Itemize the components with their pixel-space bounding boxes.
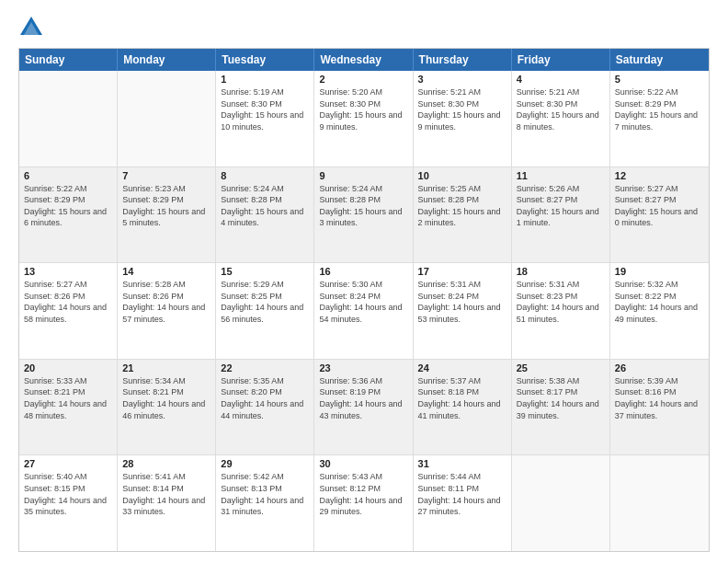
day-number: 8 <box>221 170 309 181</box>
calendar-cell: 10Sunrise: 5:25 AM Sunset: 8:28 PM Dayli… <box>414 167 512 263</box>
calendar-cell: 31Sunrise: 5:44 AM Sunset: 8:11 PM Dayli… <box>414 455 512 551</box>
weekday-header: Sunday <box>19 49 118 71</box>
day-info: Sunrise: 5:31 AM Sunset: 8:24 PM Dayligh… <box>418 279 506 325</box>
day-info: Sunrise: 5:43 AM Sunset: 8:12 PM Dayligh… <box>319 471 407 517</box>
day-number: 7 <box>122 170 210 181</box>
weekday-header: Friday <box>512 49 610 71</box>
day-info: Sunrise: 5:24 AM Sunset: 8:28 PM Dayligh… <box>319 183 407 229</box>
weekday-header: Monday <box>118 49 216 71</box>
day-info: Sunrise: 5:21 AM Sunset: 8:30 PM Dayligh… <box>517 86 605 132</box>
calendar-cell: 16Sunrise: 5:30 AM Sunset: 8:24 PM Dayli… <box>314 263 413 359</box>
day-info: Sunrise: 5:36 AM Sunset: 8:19 PM Dayligh… <box>319 375 407 421</box>
calendar-row: 6Sunrise: 5:22 AM Sunset: 8:29 PM Daylig… <box>19 167 709 263</box>
calendar-cell: 2Sunrise: 5:20 AM Sunset: 8:30 PM Daylig… <box>314 71 413 167</box>
calendar-cell <box>19 71 118 167</box>
calendar-cell: 26Sunrise: 5:39 AM Sunset: 8:16 PM Dayli… <box>610 360 709 455</box>
calendar-cell: 11Sunrise: 5:26 AM Sunset: 8:27 PM Dayli… <box>512 167 610 263</box>
calendar-row: 13Sunrise: 5:27 AM Sunset: 8:26 PM Dayli… <box>19 262 709 359</box>
logo <box>18 15 48 40</box>
day-number: 3 <box>418 74 506 85</box>
calendar-cell: 8Sunrise: 5:24 AM Sunset: 8:28 PM Daylig… <box>216 167 314 263</box>
day-info: Sunrise: 5:26 AM Sunset: 8:27 PM Dayligh… <box>517 183 605 229</box>
calendar-cell: 20Sunrise: 5:33 AM Sunset: 8:21 PM Dayli… <box>19 360 118 455</box>
weekday-header: Thursday <box>414 49 512 71</box>
weekday-header: Tuesday <box>216 49 314 71</box>
weekday-header: Wednesday <box>314 49 413 71</box>
page: SundayMondayTuesdayWednesdayThursdayFrid… <box>0 0 728 563</box>
calendar-cell: 19Sunrise: 5:32 AM Sunset: 8:22 PM Dayli… <box>610 263 709 359</box>
day-number: 5 <box>615 74 704 85</box>
day-number: 27 <box>24 458 112 469</box>
calendar-cell: 22Sunrise: 5:35 AM Sunset: 8:20 PM Dayli… <box>216 360 314 455</box>
calendar-cell: 4Sunrise: 5:21 AM Sunset: 8:30 PM Daylig… <box>512 71 610 167</box>
day-number: 16 <box>319 266 407 277</box>
day-info: Sunrise: 5:29 AM Sunset: 8:25 PM Dayligh… <box>221 279 309 325</box>
calendar-cell: 25Sunrise: 5:38 AM Sunset: 8:17 PM Dayli… <box>512 360 610 455</box>
calendar-cell: 30Sunrise: 5:43 AM Sunset: 8:12 PM Dayli… <box>314 455 413 551</box>
day-number: 31 <box>418 458 506 469</box>
day-number: 26 <box>615 362 704 373</box>
day-info: Sunrise: 5:23 AM Sunset: 8:29 PM Dayligh… <box>122 183 210 229</box>
day-number: 24 <box>418 362 506 373</box>
calendar-cell <box>118 71 216 167</box>
day-info: Sunrise: 5:40 AM Sunset: 8:15 PM Dayligh… <box>24 471 112 517</box>
day-number: 10 <box>418 170 506 181</box>
day-info: Sunrise: 5:35 AM Sunset: 8:20 PM Dayligh… <box>221 375 309 421</box>
day-number: 14 <box>122 266 210 277</box>
day-number: 17 <box>418 266 506 277</box>
day-info: Sunrise: 5:38 AM Sunset: 8:17 PM Dayligh… <box>517 375 605 421</box>
calendar-cell <box>610 455 709 551</box>
day-number: 4 <box>517 74 605 85</box>
calendar-body: 1Sunrise: 5:19 AM Sunset: 8:30 PM Daylig… <box>19 71 709 551</box>
day-info: Sunrise: 5:19 AM Sunset: 8:30 PM Dayligh… <box>221 86 309 132</box>
day-info: Sunrise: 5:30 AM Sunset: 8:24 PM Dayligh… <box>319 279 407 325</box>
calendar-row: 1Sunrise: 5:19 AM Sunset: 8:30 PM Daylig… <box>19 71 709 167</box>
day-info: Sunrise: 5:32 AM Sunset: 8:22 PM Dayligh… <box>615 279 704 325</box>
day-info: Sunrise: 5:34 AM Sunset: 8:21 PM Dayligh… <box>122 375 210 421</box>
calendar-cell: 18Sunrise: 5:31 AM Sunset: 8:23 PM Dayli… <box>512 263 610 359</box>
day-number: 21 <box>122 362 210 373</box>
calendar-cell: 7Sunrise: 5:23 AM Sunset: 8:29 PM Daylig… <box>118 167 216 263</box>
day-number: 11 <box>517 170 605 181</box>
calendar-cell: 6Sunrise: 5:22 AM Sunset: 8:29 PM Daylig… <box>19 167 118 263</box>
header <box>18 15 710 40</box>
day-info: Sunrise: 5:22 AM Sunset: 8:29 PM Dayligh… <box>24 183 112 229</box>
day-info: Sunrise: 5:44 AM Sunset: 8:11 PM Dayligh… <box>418 471 506 517</box>
calendar-cell: 5Sunrise: 5:22 AM Sunset: 8:29 PM Daylig… <box>610 71 709 167</box>
day-info: Sunrise: 5:31 AM Sunset: 8:23 PM Dayligh… <box>517 279 605 325</box>
day-info: Sunrise: 5:27 AM Sunset: 8:26 PM Dayligh… <box>24 279 112 325</box>
day-info: Sunrise: 5:20 AM Sunset: 8:30 PM Dayligh… <box>319 86 407 132</box>
day-number: 25 <box>517 362 605 373</box>
day-number: 1 <box>221 74 309 85</box>
calendar: SundayMondayTuesdayWednesdayThursdayFrid… <box>18 48 710 552</box>
day-info: Sunrise: 5:39 AM Sunset: 8:16 PM Dayligh… <box>615 375 704 421</box>
calendar-cell: 13Sunrise: 5:27 AM Sunset: 8:26 PM Dayli… <box>19 263 118 359</box>
day-number: 15 <box>221 266 309 277</box>
calendar-row: 20Sunrise: 5:33 AM Sunset: 8:21 PM Dayli… <box>19 359 709 455</box>
calendar-cell: 1Sunrise: 5:19 AM Sunset: 8:30 PM Daylig… <box>216 71 314 167</box>
day-info: Sunrise: 5:27 AM Sunset: 8:27 PM Dayligh… <box>615 183 704 229</box>
day-info: Sunrise: 5:21 AM Sunset: 8:30 PM Dayligh… <box>418 86 506 132</box>
day-info: Sunrise: 5:22 AM Sunset: 8:29 PM Dayligh… <box>615 86 704 132</box>
day-info: Sunrise: 5:28 AM Sunset: 8:26 PM Dayligh… <box>122 279 210 325</box>
day-number: 20 <box>24 362 112 373</box>
calendar-cell: 3Sunrise: 5:21 AM Sunset: 8:30 PM Daylig… <box>414 71 512 167</box>
logo-icon <box>18 15 44 40</box>
day-info: Sunrise: 5:41 AM Sunset: 8:14 PM Dayligh… <box>122 471 210 517</box>
day-number: 30 <box>319 458 407 469</box>
day-number: 18 <box>517 266 605 277</box>
day-info: Sunrise: 5:24 AM Sunset: 8:28 PM Dayligh… <box>221 183 309 229</box>
day-number: 12 <box>615 170 704 181</box>
calendar-cell: 14Sunrise: 5:28 AM Sunset: 8:26 PM Dayli… <box>118 263 216 359</box>
calendar-row: 27Sunrise: 5:40 AM Sunset: 8:15 PM Dayli… <box>19 454 709 551</box>
calendar-cell: 23Sunrise: 5:36 AM Sunset: 8:19 PM Dayli… <box>314 360 413 455</box>
calendar-cell: 24Sunrise: 5:37 AM Sunset: 8:18 PM Dayli… <box>414 360 512 455</box>
day-info: Sunrise: 5:33 AM Sunset: 8:21 PM Dayligh… <box>24 375 112 421</box>
calendar-cell: 27Sunrise: 5:40 AM Sunset: 8:15 PM Dayli… <box>19 455 118 551</box>
calendar-cell: 28Sunrise: 5:41 AM Sunset: 8:14 PM Dayli… <box>118 455 216 551</box>
calendar-cell: 21Sunrise: 5:34 AM Sunset: 8:21 PM Dayli… <box>118 360 216 455</box>
calendar-cell: 17Sunrise: 5:31 AM Sunset: 8:24 PM Dayli… <box>414 263 512 359</box>
day-number: 13 <box>24 266 112 277</box>
calendar-cell: 12Sunrise: 5:27 AM Sunset: 8:27 PM Dayli… <box>610 167 709 263</box>
calendar-cell: 9Sunrise: 5:24 AM Sunset: 8:28 PM Daylig… <box>314 167 413 263</box>
